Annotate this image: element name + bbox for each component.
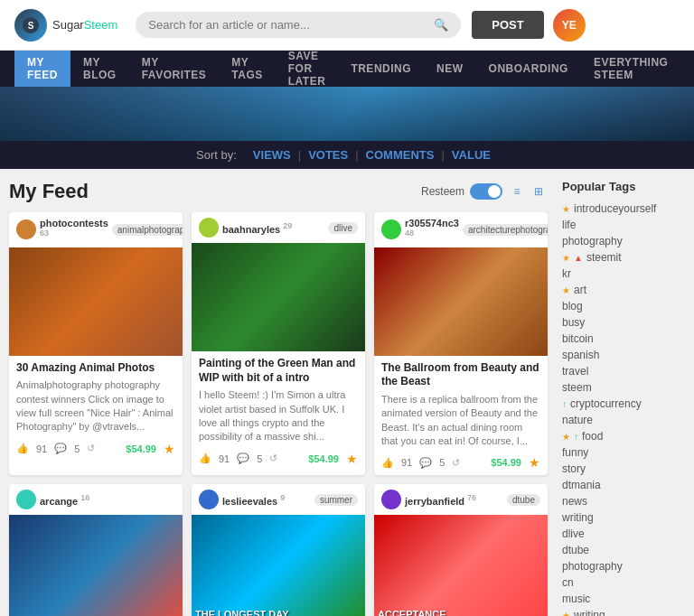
tag-item-12[interactable]: ↑cryptocurrency	[558, 396, 685, 412]
card-author-avatar[interactable]	[199, 490, 219, 509]
tag-item-0[interactable]: ★introduceyourself	[558, 201, 685, 217]
comment-count: 5	[439, 457, 445, 468]
card-author-avatar[interactable]	[16, 490, 36, 509]
search-icon[interactable]: 🔍	[434, 18, 448, 32]
star-icon[interactable]: ★	[529, 455, 540, 470]
tag-item-21[interactable]: dtube	[558, 542, 685, 558]
tag-name: story	[562, 462, 586, 475]
nav-item-save-for-later[interactable]: SAVE FOR LATER	[276, 51, 339, 87]
card-author[interactable]: leslieevales 9	[222, 493, 285, 507]
tag-name: photography	[562, 235, 623, 247]
card-image: THE LONGEST DAY	[192, 515, 365, 616]
logo-text[interactable]: SugarSteem	[52, 18, 117, 32]
resteem-area: Resteem ≡ ⊞	[421, 182, 548, 201]
tag-item-4[interactable]: kr	[558, 266, 685, 282]
tag-name: bitcoin	[562, 332, 594, 345]
card-tag[interactable]: dlive	[328, 222, 358, 234]
card-title[interactable]: 30 Amazing Animal Photos	[9, 356, 183, 379]
tag-item-1[interactable]: life	[558, 217, 685, 233]
grid-view-icon[interactable]: ⊞	[530, 182, 548, 201]
comment-icon[interactable]: 💬	[237, 453, 249, 464]
sort-comments[interactable]: COMMENTS	[366, 148, 435, 162]
nav-item-onboarding[interactable]: ONBOARDING	[476, 51, 581, 87]
tag-item-24[interactable]: music	[558, 591, 685, 607]
card-tag[interactable]: animalphotography	[112, 224, 183, 236]
card-author[interactable]: photocontests 63	[40, 218, 108, 242]
tag-item-16[interactable]: story	[558, 461, 685, 477]
card-author-avatar[interactable]	[16, 219, 36, 239]
upvote-icon[interactable]: 👍	[199, 453, 211, 464]
tag-name: blog	[562, 300, 583, 313]
card-grid: photocontests 63 animalphotography 30 Am…	[9, 212, 548, 616]
tag-name: busy	[562, 316, 585, 329]
tag-item-8[interactable]: bitcoin	[558, 331, 685, 347]
card-title[interactable]: Painting of the Green Man and WIP with b…	[192, 351, 365, 388]
sort-views[interactable]: VIEWS	[253, 148, 291, 162]
card-meta: r305574nc3 48 architecturephotography	[374, 212, 548, 247]
comment-icon[interactable]: 💬	[54, 443, 67, 454]
nav-item-new[interactable]: NEW	[424, 51, 476, 87]
tag-item-17[interactable]: dtmania	[558, 477, 685, 493]
upvote-icon[interactable]: 👍	[381, 457, 394, 469]
nav-item-my-feed[interactable]: MY FEED	[14, 51, 70, 87]
reblog-icon[interactable]: ↺	[452, 457, 460, 469]
tag-item-6[interactable]: blog	[558, 298, 685, 314]
tag-name: funny	[562, 446, 588, 459]
card-author-avatar[interactable]	[199, 218, 219, 238]
search-input[interactable]	[148, 18, 428, 32]
vote-count: 91	[401, 457, 412, 468]
list-view-icon[interactable]: ≡	[508, 182, 526, 201]
tag-name: spanish	[562, 349, 599, 361]
trending-icon: ▲	[574, 253, 583, 263]
nav-item-my-favorites[interactable]: MY FAVORITES	[129, 51, 220, 87]
tag-item-19[interactable]: writing	[558, 509, 685, 526]
nav-item-my-blog[interactable]: MY BLOG	[70, 51, 129, 87]
tag-item-13[interactable]: nature	[558, 412, 685, 428]
tag-item-9[interactable]: spanish	[558, 347, 685, 363]
svg-text:S: S	[28, 21, 34, 31]
tag-item-18[interactable]: news	[558, 493, 685, 509]
tag-item-5[interactable]: ★art	[558, 282, 685, 298]
card-image-text: ACCEPTANCE	[378, 609, 544, 616]
sort-votes[interactable]: VOTES	[308, 148, 348, 162]
tag-item-23[interactable]: cn	[558, 574, 685, 591]
tag-item-25[interactable]: ★writing	[558, 607, 685, 616]
star-icon[interactable]: ★	[346, 452, 358, 466]
tag-name: dtmania	[562, 479, 601, 491]
resteem-toggle[interactable]	[470, 183, 502, 200]
resteem-label: Resteem	[421, 185, 464, 198]
card-title[interactable]: The Ballroom from Beauty and the Beast	[374, 356, 548, 393]
reblog-icon[interactable]: ↺	[269, 453, 277, 464]
tag-item-2[interactable]: photography	[558, 233, 685, 249]
tag-item-7[interactable]: busy	[558, 314, 685, 331]
star-icon[interactable]: ★	[164, 442, 175, 456]
tag-item-14[interactable]: ★↑food	[558, 428, 685, 444]
tag-item-11[interactable]: steem	[558, 379, 685, 396]
tag-item-3[interactable]: ★▲steemit	[558, 249, 685, 266]
tag-item-20[interactable]: dlive	[558, 526, 685, 542]
card-tag[interactable]: summer	[314, 494, 358, 506]
card-tag[interactable]: dtube	[507, 494, 540, 506]
avatar[interactable]: YE	[553, 9, 586, 42]
comment-icon[interactable]: 💬	[419, 457, 432, 469]
card-author[interactable]: baahnaryles 29	[222, 221, 292, 235]
nav-item-trending[interactable]: TRENDING	[338, 51, 424, 87]
tag-name: steem	[562, 381, 592, 394]
sort-value[interactable]: VALUE	[452, 148, 491, 162]
card-author[interactable]: arcange 16	[40, 493, 89, 507]
post-button[interactable]: POST	[472, 11, 543, 39]
upvote-icon[interactable]: 👍	[16, 443, 29, 454]
card-author-avatar[interactable]	[381, 490, 401, 509]
tag-name: introduceyourself	[574, 202, 656, 215]
card-author[interactable]: jerrybanfield 76	[405, 493, 476, 507]
tag-item-22[interactable]: photography	[558, 558, 685, 574]
card-author-avatar[interactable]	[381, 219, 401, 239]
card-tag[interactable]: architecturephotography	[463, 224, 548, 236]
nav-item-everything-steem[interactable]: EVERYTHING STEEM	[581, 51, 681, 87]
reblog-icon[interactable]: ↺	[87, 443, 95, 454]
card-author[interactable]: r305574nc3 48	[405, 218, 459, 242]
card-meta: baahnaryles 29 dlive	[192, 212, 365, 243]
tag-item-10[interactable]: travel	[558, 363, 685, 379]
nav-item-my-tags[interactable]: MY TAGS	[219, 51, 275, 87]
tag-item-15[interactable]: funny	[558, 444, 685, 461]
